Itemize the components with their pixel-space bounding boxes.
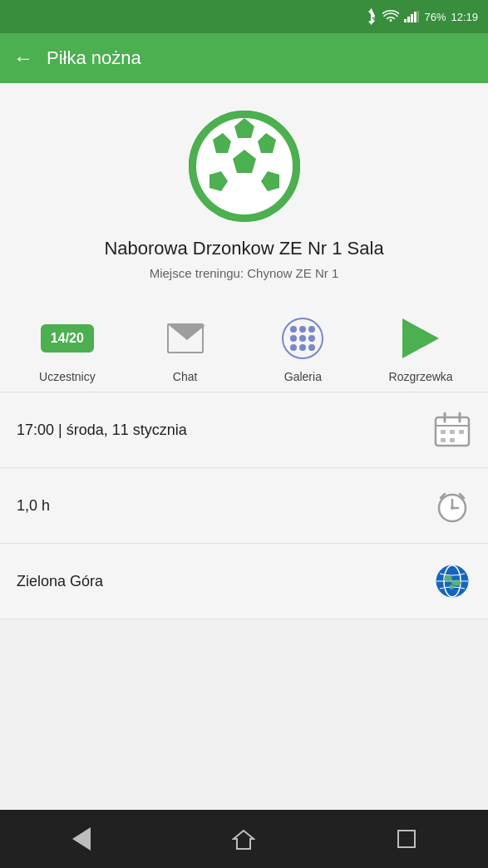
wifi-icon [382, 10, 399, 23]
chat-icon-wrap [160, 313, 210, 363]
recents-nav-icon [397, 830, 416, 848]
status-icons: 76% 12:19 [366, 8, 478, 25]
dot [308, 326, 315, 333]
nav-recents-button[interactable] [382, 814, 431, 864]
info-row-duration: 1,0 h [0, 468, 488, 543]
dot [290, 335, 297, 342]
dot [308, 344, 315, 351]
svg-point-29 [451, 506, 454, 510]
action-galeria[interactable]: Galeria [257, 313, 348, 383]
gallery-icon [282, 318, 323, 359]
actions-row: 14/20 Uczestnicy Chat [0, 297, 488, 392]
bottom-nav [0, 810, 488, 868]
calendar-icon-wrap [433, 411, 471, 449]
svg-rect-23 [450, 438, 455, 442]
svg-point-34 [451, 580, 461, 586]
soccer-ball-icon [186, 108, 303, 224]
globe-icon-wrap [433, 562, 471, 600]
svg-point-33 [444, 575, 452, 582]
dot [299, 326, 306, 333]
uczestnicy-label: Uczestnicy [39, 370, 96, 383]
svg-rect-2 [411, 14, 413, 22]
globe-icon [433, 562, 471, 600]
team-name: Naborowa Drzonkow ZE Nr 1 Sala [87, 238, 400, 259]
envelope-icon [167, 323, 204, 353]
dot [299, 344, 306, 351]
participants-badge: 14/20 [41, 324, 94, 353]
signal-icon [404, 11, 419, 22]
alarm-icon [433, 486, 471, 525]
rozgrzewka-icon-wrap [396, 313, 446, 363]
dot [299, 335, 306, 342]
back-button[interactable]: ← [13, 47, 33, 70]
svg-rect-3 [414, 12, 417, 22]
time-display: 12:19 [451, 11, 478, 23]
location-text: Zielona Góra [17, 573, 103, 590]
top-bar: ← Piłka nożna [0, 33, 488, 83]
svg-rect-4 [417, 11, 419, 22]
dot [290, 326, 297, 333]
main-content: Naborowa Drzonkow ZE Nr 1 Sala Miejsce t… [0, 83, 488, 619]
nav-back-button[interactable] [57, 814, 106, 864]
bluetooth-icon [366, 8, 377, 25]
dots-grid [290, 326, 315, 351]
play-icon [402, 318, 439, 358]
battery-level: 76% [424, 11, 446, 23]
nav-home-button[interactable] [219, 814, 269, 864]
svg-rect-20 [450, 430, 455, 434]
galeria-label: Galeria [284, 370, 322, 383]
svg-rect-0 [404, 19, 407, 22]
back-nav-icon [72, 827, 91, 851]
uczestnicy-icon: 14/20 [42, 313, 92, 363]
training-place: Miejsce treningu: Chynow ZE Nr 1 [150, 266, 339, 280]
alarm-icon-wrap [433, 486, 471, 525]
divider-4 [0, 619, 488, 619]
info-row-location: Zielona Góra [0, 544, 488, 619]
calendar-icon [433, 411, 471, 449]
svg-rect-22 [441, 438, 446, 442]
svg-rect-21 [459, 430, 464, 434]
svg-rect-19 [441, 430, 446, 434]
datetime-text: 17:00 | środa, 11 stycznia [17, 422, 187, 439]
dot [308, 335, 315, 342]
galeria-icon-wrap [278, 313, 328, 363]
rozgrzewka-label: Rozgrzewka [389, 370, 453, 383]
action-rozgrzewka[interactable]: Rozgrzewka [375, 313, 466, 383]
page-title: Piłka nożna [47, 47, 141, 69]
duration-text: 1,0 h [17, 497, 50, 515]
svg-point-35 [449, 584, 454, 589]
home-nav-icon [232, 827, 255, 851]
svg-rect-1 [407, 17, 410, 22]
status-bar: 76% 12:19 [0, 0, 488, 33]
logo-area: Naborowa Drzonkow ZE Nr 1 Sala Miejsce t… [0, 83, 488, 297]
dot [290, 344, 297, 351]
info-row-datetime: 17:00 | środa, 11 stycznia [0, 392, 488, 467]
chat-label: Chat [173, 370, 198, 383]
action-chat[interactable]: Chat [140, 313, 231, 383]
action-uczestnicy[interactable]: 14/20 Uczestnicy [22, 313, 113, 383]
